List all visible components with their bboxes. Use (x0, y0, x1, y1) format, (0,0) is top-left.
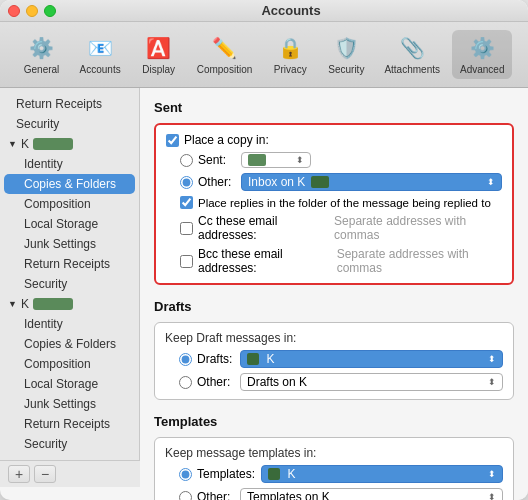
drafts-other-label[interactable]: Other: (179, 375, 234, 389)
place-replies-row: Place replies in the folder of the messa… (166, 196, 502, 209)
arrow-icon-k1: ▼ (8, 139, 17, 149)
accounts-icon: 📧 (86, 34, 114, 62)
composition-label: Composition (197, 64, 253, 75)
toolbar-security[interactable]: 🛡️ Security (320, 30, 372, 79)
drafts-other-arrows: ⬍ (488, 377, 496, 387)
cc-row: Cc these email addresses: Separate addre… (166, 214, 502, 242)
privacy-icon: 🔒 (276, 34, 304, 62)
other-radio-row: Other: Inbox on K ⬍ (166, 173, 502, 191)
keep-templates-label: Keep message templates in: (165, 446, 316, 460)
cc-label[interactable]: Cc these email addresses: (180, 214, 328, 242)
sent-folder-arrows: ⬍ (296, 155, 304, 165)
drafts-other-radio[interactable] (179, 376, 192, 389)
account-k1-icon: K (21, 137, 29, 151)
close-button[interactable] (8, 5, 20, 17)
place-copy-row: Place a copy in: (166, 133, 502, 147)
sent-radio[interactable] (180, 154, 193, 167)
other-radio[interactable] (180, 176, 193, 189)
advanced-label: Advanced (460, 64, 504, 75)
remove-account-button[interactable]: − (34, 465, 56, 483)
account-k2-label (33, 298, 73, 310)
sidebar-item-security-2[interactable]: Security (0, 274, 139, 294)
zoom-button[interactable] (44, 5, 56, 17)
sidebar-item-junk-settings-1[interactable]: Junk Settings (0, 234, 139, 254)
sent-folder-dropdown[interactable]: ⬍ (241, 152, 311, 168)
sidebar-item-junk-settings-2[interactable]: Junk Settings (0, 394, 139, 414)
sidebar-bottom: + − (0, 460, 140, 487)
sidebar-item-security-3[interactable]: Security (0, 434, 139, 454)
bcc-label[interactable]: Bcc these email addresses: (180, 247, 331, 275)
general-icon: ⚙️ (28, 34, 56, 62)
sidebar-item-return-receipts-2[interactable]: Return Receipts (0, 254, 139, 274)
drafts-folder-value: K (247, 352, 274, 366)
window-title: Accounts (62, 3, 520, 18)
minimize-button[interactable] (26, 5, 38, 17)
sent-radio-label[interactable]: Sent: (180, 153, 235, 167)
drafts-radio-row: Drafts: K ⬍ (165, 350, 503, 368)
templates-radio-label[interactable]: Templates: (179, 467, 255, 481)
sidebar-item-composition-1[interactable]: Composition (0, 194, 139, 214)
place-copy-label[interactable]: Place a copy in: (166, 133, 269, 147)
cc-checkbox[interactable] (180, 222, 193, 235)
toolbar-privacy[interactable]: 🔒 Privacy (264, 30, 316, 79)
place-replies-checkbox[interactable] (180, 196, 193, 209)
drafts-section: Drafts Keep Draft messages in: Drafts: (154, 299, 514, 400)
other-folder-arrows: ⬍ (487, 177, 495, 187)
accounts-label: Accounts (80, 64, 121, 75)
drafts-radio-label[interactable]: Drafts: (179, 352, 234, 366)
sidebar-item-security-1[interactable]: Security (0, 114, 139, 134)
drafts-other-value: Drafts on K (247, 375, 307, 389)
templates-other-value: Templates on K (247, 490, 330, 500)
sidebar-group-k2[interactable]: ▼ K (0, 294, 139, 314)
security-icon: 🛡️ (332, 34, 360, 62)
templates-section: Templates Keep message templates in: Tem… (154, 414, 514, 500)
arrow-icon-k2: ▼ (8, 299, 17, 309)
drafts-box: Keep Draft messages in: Drafts: K (154, 322, 514, 400)
sidebar-item-return-receipts-3[interactable]: Return Receipts (0, 414, 139, 434)
templates-folder-dropdown[interactable]: K ⬍ (261, 465, 503, 483)
drafts-title: Drafts (154, 299, 514, 314)
toolbar-advanced[interactable]: ⚙️ Advanced (452, 30, 512, 79)
templates-other-label[interactable]: Other: (179, 490, 234, 500)
sidebar-item-composition-2[interactable]: Composition (0, 354, 139, 374)
sidebar-item-identity-1[interactable]: Identity (0, 154, 139, 174)
templates-title: Templates (154, 414, 514, 429)
other-folder-dropdown[interactable]: Inbox on K ⬍ (241, 173, 502, 191)
toolbar-display[interactable]: 🅰️ Display (133, 30, 185, 79)
display-icon: 🅰️ (145, 34, 173, 62)
toolbar-attachments[interactable]: 📎 Attachments (376, 30, 448, 79)
sidebar-item-return-receipts-1[interactable]: Return Receipts (0, 94, 139, 114)
drafts-other-dropdown[interactable]: Drafts on K ⬍ (240, 373, 503, 391)
sidebar-item-local-storage-2[interactable]: Local Storage (0, 374, 139, 394)
add-account-button[interactable]: + (8, 465, 30, 483)
sent-box: Place a copy in: Sent: ⬍ (154, 123, 514, 285)
other-radio-label[interactable]: Other: (180, 175, 235, 189)
advanced-icon: ⚙️ (468, 34, 496, 62)
sidebar-item-copies-folders-2[interactable]: Copies & Folders (0, 334, 139, 354)
sidebar: Return Receipts Security ▼ K Identity Co… (0, 88, 140, 460)
drafts-radio[interactable] (179, 353, 192, 366)
templates-radio[interactable] (179, 468, 192, 481)
sidebar-item-local-storage-1[interactable]: Local Storage (0, 214, 139, 234)
templates-other-radio[interactable] (179, 491, 192, 501)
sent-radio-row: Sent: ⬍ (166, 152, 502, 168)
other-folder-value: Inbox on K (248, 175, 329, 189)
sidebar-item-identity-2[interactable]: Identity (0, 314, 139, 334)
sidebar-group-k1[interactable]: ▼ K (0, 134, 139, 154)
attachments-icon: 📎 (398, 34, 426, 62)
sidebar-item-copies-folders-1[interactable]: Copies & Folders (4, 174, 135, 194)
place-copy-checkbox[interactable] (166, 134, 179, 147)
toolbar-general[interactable]: ⚙️ General (16, 30, 68, 79)
templates-arrows: ⬍ (488, 469, 496, 479)
toolbar-accounts[interactable]: 📧 Accounts (72, 30, 129, 79)
security-label: Security (328, 64, 364, 75)
toolbar-composition[interactable]: ✏️ Composition (189, 30, 261, 79)
cc-placeholder: Separate addresses with commas (334, 214, 502, 242)
keep-templates-row: Keep message templates in: (165, 446, 503, 460)
bcc-placeholder: Separate addresses with commas (337, 247, 502, 275)
templates-other-dropdown[interactable]: Templates on K ⬍ (240, 488, 503, 500)
bcc-checkbox[interactable] (180, 255, 193, 268)
place-replies-label[interactable]: Place replies in the folder of the messa… (180, 196, 491, 209)
drafts-folder-dropdown[interactable]: K ⬍ (240, 350, 503, 368)
sent-title: Sent (154, 100, 514, 115)
